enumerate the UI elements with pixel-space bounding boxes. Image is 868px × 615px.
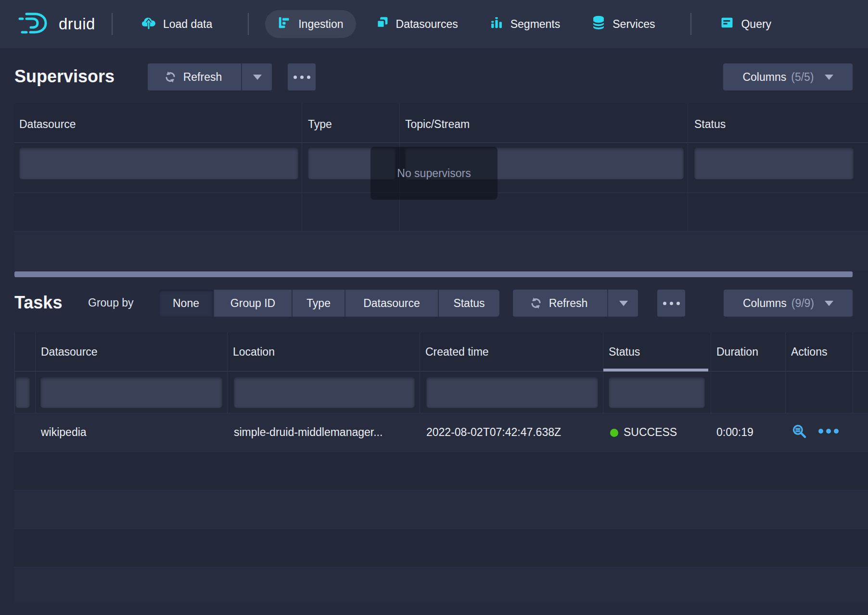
cell-status[interactable]: SUCCESS bbox=[610, 426, 677, 439]
cell-created-time[interactable]: 2022-08-02T07:42:47.638Z bbox=[426, 426, 561, 439]
refresh-icon bbox=[164, 71, 177, 83]
supervisors-refresh-button[interactable]: Refresh bbox=[148, 64, 272, 90]
column-header-type[interactable]: Type bbox=[308, 118, 332, 131]
columns-count: (5/5) bbox=[791, 71, 814, 84]
column-header-status[interactable]: Status bbox=[694, 118, 726, 131]
refresh-icon bbox=[530, 297, 542, 309]
refresh-label: Refresh bbox=[183, 71, 222, 84]
nav-item-datasources[interactable]: Datasources bbox=[363, 10, 471, 38]
chevron-down-icon[interactable] bbox=[253, 75, 262, 80]
tasks-refresh-button[interactable]: Refresh bbox=[513, 290, 638, 317]
druid-console: druid Load data bbox=[0, 0, 868, 615]
column-header-datasource[interactable]: Datasource bbox=[41, 346, 98, 359]
cell-duration[interactable]: 0:00:19 bbox=[716, 426, 753, 439]
sort-indicator bbox=[603, 369, 708, 372]
status-filter-input[interactable] bbox=[609, 377, 705, 408]
nav-separator bbox=[690, 13, 691, 35]
brand-name: druid bbox=[59, 15, 95, 33]
group-by-button-group: None Group ID Type Datasource Status bbox=[159, 290, 499, 317]
tasks-title: Tasks bbox=[14, 293, 62, 313]
refresh-label: Refresh bbox=[549, 297, 588, 310]
nav-separator bbox=[112, 13, 113, 35]
group-by-status-button[interactable]: Status bbox=[439, 290, 499, 317]
status-text: SUCCESS bbox=[624, 426, 677, 438]
group-by-label: Group by bbox=[88, 296, 134, 309]
columns-label: Columns bbox=[742, 71, 786, 84]
nav-item-label: Query bbox=[741, 18, 771, 31]
header-underline bbox=[14, 142, 868, 143]
chevron-down-icon bbox=[825, 301, 833, 306]
header-underline bbox=[14, 371, 868, 372]
column-header-status[interactable]: Status bbox=[609, 346, 640, 359]
empty-row bbox=[14, 452, 868, 490]
row-divider bbox=[14, 231, 868, 231]
nav-separator bbox=[248, 13, 249, 35]
datasource-filter-input[interactable] bbox=[19, 148, 298, 179]
empty-state-message: No supervisors bbox=[370, 147, 498, 200]
supervisors-title: Supervisors bbox=[14, 66, 115, 87]
query-icon bbox=[720, 16, 734, 32]
supervisors-columns-button[interactable]: Columns (5/5) bbox=[723, 64, 853, 90]
nav-item-query[interactable]: Query bbox=[708, 10, 784, 38]
chevron-down-icon bbox=[825, 75, 833, 80]
nav-item-segments[interactable]: Segments bbox=[477, 10, 573, 38]
cell-location[interactable]: simple-druid-middlemanager... bbox=[234, 426, 383, 439]
services-icon bbox=[592, 15, 605, 33]
more-icon bbox=[663, 302, 680, 305]
tasks-columns-button[interactable]: Columns (9/9) bbox=[724, 290, 853, 317]
location-filter-input[interactable] bbox=[234, 377, 415, 408]
success-status-icon bbox=[610, 429, 618, 437]
horizontal-scrollbar[interactable] bbox=[14, 271, 853, 277]
column-header-created-time[interactable]: Created time bbox=[425, 346, 489, 359]
column-header-duration[interactable]: Duration bbox=[716, 346, 758, 359]
top-navbar: druid Load data bbox=[0, 0, 868, 48]
column-header-actions[interactable]: Actions bbox=[791, 346, 827, 359]
ingestion-icon bbox=[278, 16, 291, 32]
group-by-datasource-button[interactable]: Datasource bbox=[345, 290, 439, 317]
datasources-icon bbox=[375, 16, 389, 32]
nav-item-ingestion[interactable]: Ingestion bbox=[265, 10, 356, 38]
task-actions-menu-icon[interactable] bbox=[817, 428, 840, 435]
status-filter-input[interactable] bbox=[694, 148, 854, 179]
group-by-group-id-button[interactable]: Group ID bbox=[214, 290, 293, 317]
column-header-topic-stream[interactable]: Topic/Stream bbox=[405, 118, 470, 131]
datasource-filter-input[interactable] bbox=[40, 377, 222, 408]
nav-item-label: Segments bbox=[511, 18, 561, 31]
column-header-datasource[interactable]: Datasource bbox=[19, 118, 76, 131]
empty-row bbox=[14, 567, 868, 602]
cell-actions bbox=[791, 423, 840, 439]
nav-item-load-data[interactable]: Load data bbox=[129, 10, 225, 38]
supervisors-more-button[interactable] bbox=[288, 64, 316, 90]
empty-row bbox=[14, 490, 868, 528]
column-header-location[interactable]: Location bbox=[233, 346, 275, 359]
group-by-type-button[interactable]: Type bbox=[293, 290, 345, 317]
more-icon bbox=[294, 76, 310, 79]
group-by-none-button[interactable]: None bbox=[159, 290, 214, 317]
nav-item-label: Datasources bbox=[396, 18, 458, 31]
tasks-more-button[interactable] bbox=[657, 290, 685, 317]
created-time-filter-input[interactable] bbox=[426, 377, 598, 408]
task-details-icon[interactable] bbox=[791, 423, 807, 439]
nav-item-label: Ingestion bbox=[298, 18, 343, 31]
segments-icon bbox=[490, 16, 503, 32]
chevron-down-icon[interactable] bbox=[619, 301, 628, 306]
columns-count: (9/9) bbox=[791, 297, 814, 310]
nav-item-services[interactable]: Services bbox=[579, 10, 667, 38]
druid-logo[interactable]: druid bbox=[18, 11, 95, 37]
empty-state-text: No supervisors bbox=[397, 167, 471, 180]
cloud-upload-icon bbox=[141, 15, 156, 33]
hidden-column-filter-input[interactable] bbox=[15, 377, 30, 408]
split-divider bbox=[241, 64, 242, 90]
empty-row bbox=[14, 529, 868, 567]
nav-item-label: Services bbox=[613, 18, 655, 31]
cell-datasource[interactable]: wikipedia bbox=[41, 426, 87, 439]
columns-label: Columns bbox=[743, 297, 787, 310]
empty-row bbox=[14, 231, 868, 270]
druid-logo-icon bbox=[18, 11, 52, 37]
nav-item-label: Load data bbox=[163, 18, 212, 31]
split-divider bbox=[607, 290, 608, 317]
